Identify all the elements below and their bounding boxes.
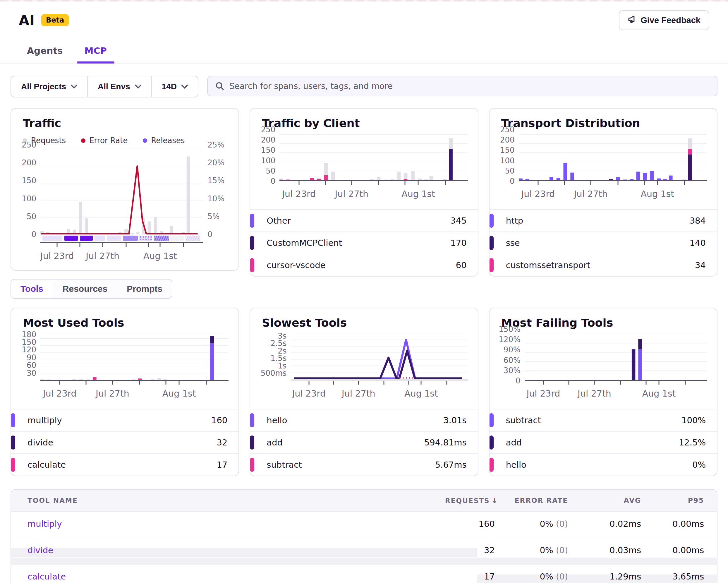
x-axis: Jul 23rdJul 27thAug 1st	[290, 381, 468, 408]
legend-color-pill	[250, 258, 254, 272]
y-axis-left: 150%120%90%60%30%0	[499, 329, 525, 381]
date-range-filter[interactable]: 14D	[151, 76, 198, 97]
page-header: AI Beta Give Feedback Agents MCP	[0, 1, 728, 63]
legend-item[interactable]: cursor-vscode60	[250, 254, 477, 276]
table-row[interactable]: multiply 160 0% (0) 0.02ms 0.00ms	[11, 511, 717, 538]
release-segment[interactable]	[139, 236, 152, 241]
projects-filter[interactable]: All Projects	[11, 76, 87, 97]
legend-value: 34	[695, 260, 706, 270]
page-title: AI	[19, 12, 35, 28]
legend-color-pill	[250, 214, 254, 228]
col-tool-name: TOOL NAME	[27, 497, 445, 504]
legend-item[interactable]: hello0%	[490, 453, 717, 476]
tab-resources[interactable]: Resources	[53, 279, 117, 298]
give-feedback-button[interactable]: Give Feedback	[619, 10, 709, 30]
beta-badge: Beta	[41, 14, 69, 26]
legend-item[interactable]: http384	[490, 209, 717, 231]
error-count: (0)	[556, 545, 568, 555]
legend-item[interactable]: CustomMCPClient170	[250, 231, 477, 254]
y-axis-left: 3s2.5s2s1.5s1s500ms	[260, 329, 290, 381]
chart-title: Most Used Tools	[11, 316, 238, 329]
tab-prompts[interactable]: Prompts	[117, 279, 172, 298]
legend-color-pill	[489, 214, 494, 228]
chart-title: Slowest Tools	[250, 316, 477, 329]
transport-plot[interactable]	[519, 134, 707, 181]
release-track[interactable]	[41, 234, 203, 243]
client-legend-list: Other345CustomMCPClient170cursor-vscode6…	[250, 209, 477, 276]
traffic-plot[interactable]	[41, 149, 203, 234]
legend-item[interactable]: subtract5.67ms	[250, 453, 477, 476]
slowest-plot[interactable]	[290, 334, 468, 381]
release-segment[interactable]	[80, 236, 93, 241]
table-header: TOOL NAME REQUESTS↓ ERROR RATE AVG P95	[11, 490, 717, 511]
error-count: (0)	[556, 519, 568, 529]
tab-tools[interactable]: Tools	[11, 279, 53, 298]
legend-value: 384	[690, 216, 706, 226]
release-segment[interactable]	[43, 236, 62, 241]
x-axis: Jul 23rdJul 27thAug 1st	[41, 381, 229, 408]
most-used-plot[interactable]	[41, 334, 229, 381]
error-rate-value: 0% (0)	[495, 572, 568, 582]
release-segment[interactable]	[95, 236, 105, 241]
table-row[interactable]: calculate 17 0% (0) 1.29ms 3.65ms	[11, 564, 717, 583]
legend-value: 3.01s	[443, 415, 467, 425]
release-segment[interactable]	[185, 236, 200, 241]
col-p95[interactable]: P95	[641, 497, 704, 504]
tool-link-multiply[interactable]: multiply	[27, 519, 445, 529]
client-plot[interactable]	[280, 134, 468, 181]
legend-label: subtract	[506, 415, 541, 425]
tool-link-calculate[interactable]: calculate	[27, 572, 445, 582]
legend-label: CustomMCPClient	[266, 238, 342, 248]
primary-tabs: Agents MCP	[27, 45, 709, 63]
col-avg[interactable]: AVG	[568, 497, 641, 504]
legend-item[interactable]: customssetransport34	[490, 254, 717, 276]
legend-item[interactable]: add12.5%	[490, 431, 717, 453]
legend-value: 594.81ms	[424, 437, 467, 448]
release-segment[interactable]	[170, 236, 184, 241]
tab-agents[interactable]: Agents	[27, 45, 63, 63]
legend-value: 0%	[692, 460, 706, 470]
col-error-rate[interactable]: ERROR RATE	[495, 497, 568, 504]
legend-label: customssetransport	[506, 260, 591, 270]
legend-item[interactable]: add594.81ms	[250, 431, 477, 453]
table-row[interactable]: divide 32 0% (0) 0.03ms 0.00ms	[11, 538, 717, 564]
projects-filter-label: All Projects	[21, 82, 66, 91]
top-charts-row: Traffic Requests Error Rate Releases 250…	[10, 108, 718, 277]
most-used-tools-card: Most Used Tools 180150120906030 Jul 23rd…	[10, 308, 239, 476]
legend-label: divide	[27, 437, 53, 448]
slowest-tools-card: Slowest Tools 3s2.5s2s1.5s1s500ms Jul 23…	[250, 308, 478, 476]
legend-item[interactable]: hello3.01s	[250, 409, 477, 431]
col-requests[interactable]: REQUESTS↓	[445, 497, 495, 505]
avg-value: 1.29ms	[568, 572, 641, 582]
requests-value: 17	[445, 572, 495, 582]
chart-title: Traffic by Client	[250, 117, 477, 130]
legend-color-pill	[489, 236, 494, 250]
chevron-down-icon	[135, 84, 141, 89]
search-input[interactable]	[229, 81, 709, 91]
legend-item[interactable]: multiply160	[11, 409, 238, 431]
legend-value: 345	[450, 216, 466, 226]
release-segment[interactable]	[107, 236, 121, 241]
legend-color-pill	[489, 435, 494, 450]
legend-item[interactable]: sse140	[490, 231, 717, 254]
release-segment[interactable]	[64, 236, 78, 241]
envs-filter[interactable]: All Envs	[87, 76, 151, 97]
legend-color-pill	[489, 458, 494, 472]
releases-legend-label[interactable]: Releases	[151, 136, 185, 145]
error-rate-legend-label[interactable]: Error Rate	[89, 136, 128, 145]
release-segment[interactable]	[123, 236, 138, 241]
legend-color-pill	[250, 413, 254, 427]
release-segment[interactable]	[154, 236, 169, 241]
legend-item[interactable]: calculate17	[11, 453, 238, 476]
legend-item[interactable]: subtract100%	[490, 409, 717, 431]
legend-value: 17	[216, 460, 227, 470]
most-failing-plot[interactable]	[525, 334, 707, 381]
legend-color-pill	[250, 458, 254, 472]
legend-color-pill	[11, 435, 15, 450]
legend-item[interactable]: Other345	[250, 209, 477, 231]
tab-mcp[interactable]: MCP	[84, 45, 107, 63]
legend-item[interactable]: divide32	[11, 431, 238, 453]
filter-bar: All Projects All Envs 14D	[10, 76, 718, 98]
search-bar[interactable]	[207, 76, 718, 96]
tool-link-divide[interactable]: divide	[27, 545, 445, 555]
